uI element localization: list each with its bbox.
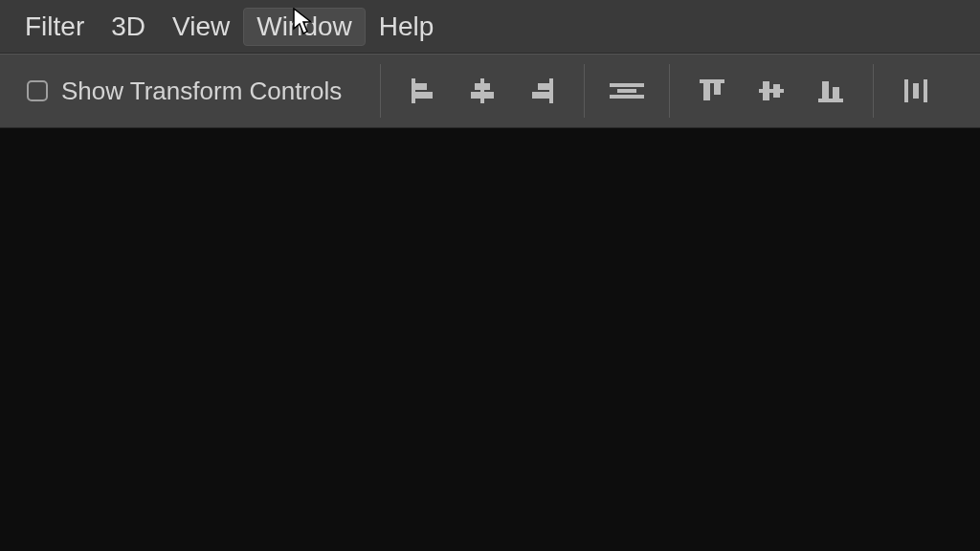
svg-rect-7 [538, 83, 549, 90]
align-center-horizontal-button[interactable] [608, 72, 646, 110]
svg-rect-3 [480, 78, 484, 103]
separator [669, 64, 670, 118]
align-center-group [594, 72, 659, 110]
svg-rect-17 [773, 84, 780, 98]
svg-rect-6 [549, 78, 553, 103]
svg-rect-9 [610, 83, 644, 87]
align-horizontal-group [390, 72, 574, 110]
svg-rect-8 [532, 92, 549, 99]
align-horizontal-centers-icon [467, 76, 498, 106]
svg-rect-20 [833, 87, 839, 99]
distribute-vertical-icon [901, 76, 931, 106]
canvas-area[interactable] [0, 128, 980, 551]
align-top-edges-button[interactable] [693, 72, 731, 110]
svg-rect-14 [714, 83, 721, 95]
show-transform-label: Show Transform Controls [61, 77, 342, 106]
svg-rect-15 [759, 89, 784, 93]
svg-rect-18 [818, 99, 843, 102]
align-vertical-centers-icon [756, 76, 787, 106]
svg-rect-2 [415, 92, 433, 99]
align-right-edges-icon [526, 76, 557, 106]
svg-rect-1 [415, 83, 427, 90]
svg-rect-5 [471, 92, 494, 99]
svg-rect-23 [913, 83, 919, 99]
align-vertical-centers-button[interactable] [752, 72, 791, 110]
distribute-vertical-button[interactable] [897, 72, 935, 110]
svg-rect-21 [904, 79, 908, 102]
align-center-horizontal-icon [608, 76, 646, 106]
align-vertical-group [679, 72, 863, 110]
align-right-edges-button[interactable] [523, 72, 561, 110]
separator [873, 64, 874, 118]
menu-view[interactable]: View [159, 8, 243, 46]
svg-rect-19 [822, 81, 829, 99]
separator [380, 64, 381, 118]
menu-bar: Filter 3D View Window Help [0, 0, 980, 54]
align-left-edges-button[interactable] [404, 72, 442, 110]
svg-rect-10 [610, 95, 644, 99]
svg-rect-4 [475, 83, 490, 90]
menu-filter[interactable]: Filter [11, 8, 98, 46]
show-transform-controls[interactable]: Show Transform Controls [0, 77, 370, 106]
distribute-group [883, 72, 948, 110]
align-bottom-edges-icon [815, 76, 846, 106]
separator [584, 64, 585, 118]
svg-rect-16 [763, 81, 769, 100]
menu-3d[interactable]: 3D [98, 8, 159, 46]
align-horizontal-centers-button[interactable] [463, 72, 501, 110]
svg-rect-11 [617, 89, 636, 93]
svg-rect-0 [412, 78, 415, 103]
checkbox-icon [27, 80, 48, 101]
menu-help[interactable]: Help [366, 8, 448, 46]
align-top-edges-icon [697, 76, 727, 106]
svg-rect-13 [703, 83, 710, 100]
svg-rect-12 [700, 79, 724, 83]
align-left-edges-icon [408, 76, 438, 106]
options-bar: Show Transform Controls [0, 54, 980, 128]
align-bottom-edges-button[interactable] [812, 72, 850, 110]
svg-rect-22 [924, 79, 927, 102]
menu-window[interactable]: Window [243, 8, 366, 46]
